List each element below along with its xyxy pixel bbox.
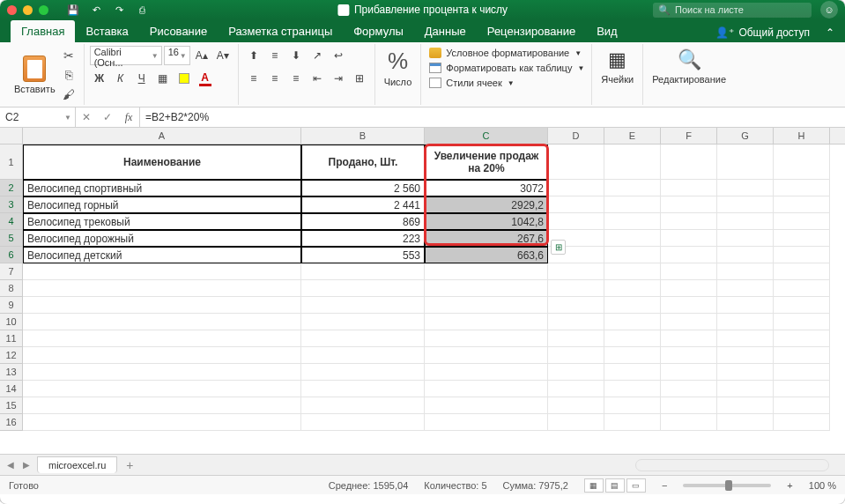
row-header[interactable]: 5	[0, 230, 23, 247]
borders-button[interactable]: ▦	[153, 69, 173, 88]
sheet-first-button[interactable]: ◀	[4, 458, 18, 472]
align-middle-button[interactable]: ≡	[265, 46, 285, 65]
cell[interactable]	[661, 314, 717, 330]
cell[interactable]	[717, 381, 774, 397]
number-format-button[interactable]: % Число	[381, 46, 416, 89]
cell[interactable]	[604, 314, 661, 330]
active-cell[interactable]: 3072	[425, 180, 548, 196]
normal-view-button[interactable]: ▦	[584, 478, 604, 493]
col-header-B[interactable]: B	[301, 128, 425, 144]
row-header[interactable]: 12	[0, 347, 23, 364]
format-painter-button[interactable]: 🖌	[59, 85, 78, 104]
close-window-button[interactable]	[7, 5, 17, 15]
font-size-select[interactable]: 16▼	[164, 46, 190, 65]
format-as-table-button[interactable]: Форматировать как таблицу ▼	[426, 61, 586, 75]
cell[interactable]: Велосипед детский	[23, 247, 301, 263]
merge-cells-button[interactable]: ⊞	[350, 69, 369, 88]
cell[interactable]	[774, 347, 830, 364]
cell[interactable]	[604, 381, 661, 397]
cell[interactable]	[425, 297, 548, 314]
search-input[interactable]: 🔍 Поиск на листе	[653, 3, 812, 18]
align-center-button[interactable]: ≡	[265, 69, 285, 88]
cell[interactable]	[717, 364, 774, 381]
sheet-tab[interactable]: microexcel.ru	[37, 456, 117, 473]
cell[interactable]	[23, 364, 301, 381]
row-header[interactable]: 8	[0, 280, 23, 297]
cell[interactable]	[717, 145, 774, 180]
cell[interactable]	[23, 414, 301, 431]
name-box[interactable]: C2 ▼	[0, 107, 76, 127]
col-header-A[interactable]: A	[23, 128, 301, 144]
save-button[interactable]: 💾	[64, 2, 82, 18]
align-right-button[interactable]: ≡	[286, 69, 306, 88]
accept-formula-button[interactable]: ✓	[97, 107, 118, 128]
cell[interactable]	[604, 280, 661, 297]
cell[interactable]	[774, 314, 830, 330]
cell[interactable]	[301, 263, 425, 280]
row-header[interactable]: 2	[0, 180, 23, 196]
col-header-H[interactable]: H	[774, 128, 830, 144]
cell[interactable]	[301, 314, 425, 330]
cell[interactable]: Велосипед горный	[23, 196, 301, 213]
row-header[interactable]: 10	[0, 314, 23, 330]
cell[interactable]	[661, 247, 717, 263]
increase-font-button[interactable]: A▴	[192, 46, 211, 65]
col-header-F[interactable]: F	[661, 128, 717, 144]
page-layout-view-button[interactable]: ▤	[605, 478, 625, 493]
spreadsheet-grid[interactable]: A B C D E F G H 1 Наименование Продано, …	[0, 128, 845, 454]
cell[interactable]	[774, 280, 830, 297]
cell[interactable]	[774, 381, 830, 397]
cell[interactable]	[425, 314, 548, 330]
col-header-G[interactable]: G	[717, 128, 774, 144]
cell[interactable]: 663,6	[425, 247, 548, 263]
cells-button[interactable]: ▦ Ячейки	[597, 46, 637, 86]
cell[interactable]	[23, 381, 301, 397]
zoom-out-button[interactable]: −	[662, 480, 667, 491]
bold-button[interactable]: Ж	[90, 69, 109, 88]
cell[interactable]	[301, 347, 425, 364]
cell[interactable]	[548, 414, 604, 431]
sheet-last-button[interactable]: ▶	[19, 458, 33, 472]
cell[interactable]	[548, 145, 604, 180]
horizontal-scrollbar[interactable]	[635, 459, 829, 471]
cell[interactable]: 267,6	[425, 230, 548, 247]
tab-review[interactable]: Рецензирование	[477, 20, 586, 42]
cell[interactable]	[604, 263, 661, 280]
cell[interactable]	[604, 145, 661, 180]
cell[interactable]	[548, 280, 604, 297]
cell[interactable]	[774, 230, 830, 247]
row-header[interactable]: 4	[0, 213, 23, 230]
cell[interactable]	[548, 397, 604, 414]
cell[interactable]	[661, 230, 717, 247]
cell[interactable]	[23, 397, 301, 414]
cell[interactable]	[717, 230, 774, 247]
cell[interactable]	[661, 297, 717, 314]
cell[interactable]	[301, 330, 425, 347]
row-header[interactable]: 3	[0, 196, 23, 213]
cell[interactable]	[548, 364, 604, 381]
cell[interactable]	[661, 397, 717, 414]
cell[interactable]	[604, 297, 661, 314]
cell[interactable]	[301, 414, 425, 431]
cell[interactable]	[717, 280, 774, 297]
cell[interactable]	[604, 414, 661, 431]
zoom-level[interactable]: 100 %	[809, 480, 836, 491]
tab-formulas[interactable]: Формулы	[343, 20, 414, 42]
collapse-ribbon-button[interactable]: ⌃	[819, 23, 841, 42]
cell[interactable]	[774, 397, 830, 414]
cell[interactable]	[301, 280, 425, 297]
tab-view[interactable]: Вид	[586, 20, 628, 42]
cell[interactable]	[604, 230, 661, 247]
cell[interactable]	[774, 414, 830, 431]
maximize-window-button[interactable]	[39, 5, 48, 15]
decrease-indent-button[interactable]: ⇤	[308, 69, 327, 88]
cell[interactable]	[548, 213, 604, 230]
cut-button[interactable]: ✂	[59, 46, 78, 65]
user-menu[interactable]: ☺	[820, 1, 838, 19]
cell[interactable]	[548, 196, 604, 213]
cell[interactable]	[425, 414, 548, 431]
cell[interactable]	[717, 414, 774, 431]
tab-home[interactable]: Главная	[11, 20, 75, 42]
cell[interactable]	[774, 247, 830, 263]
header-cell[interactable]: Увеличение продаж на 20%	[425, 145, 548, 180]
